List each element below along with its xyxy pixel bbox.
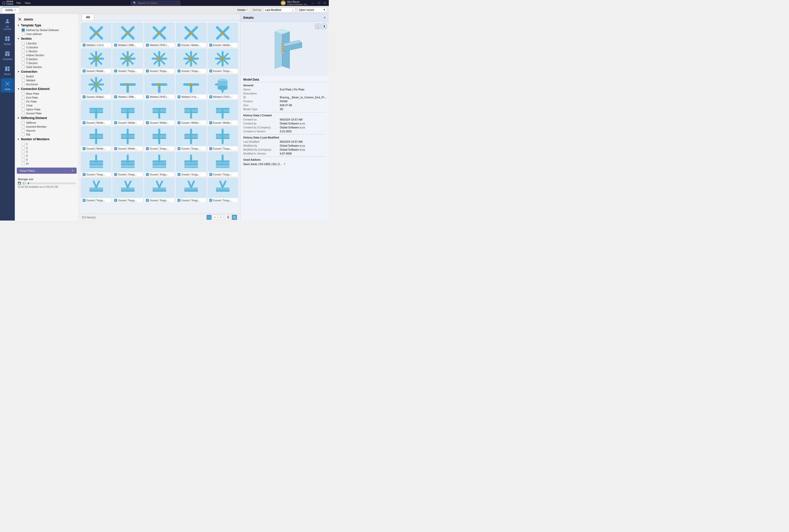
filter-item-i-section[interactable]: I-Section [17,41,77,45]
grid-item[interactable]: Gusset | Welde... [176,23,206,48]
minimize-button[interactable]: — [311,1,315,5]
checkbox-bolted[interactable] [22,75,25,78]
filter-connection-header[interactable]: ▾ Connection [17,69,77,74]
preview-icon-btn-2[interactable]: ⬇ [321,24,327,29]
grid-item[interactable]: Gusset | Tongu... [208,152,238,177]
maximize-button[interactable]: ☐ [317,1,321,5]
grid-view-button[interactable]: ⊞ [232,215,237,220]
app-logo[interactable]: ⬡ DlubalCenter [2,0,14,5]
grid-item[interactable]: Gusset | Tongu... [208,49,238,73]
grid-item[interactable]: Gusset | Tongu... [176,49,206,73]
tab-all[interactable]: All [82,14,94,20]
checkbox-5[interactable] [22,158,25,161]
filter-item-splice-plate[interactable]: Splice Plate [17,108,77,111]
tab-close-icon[interactable]: ✕ [14,8,16,11]
grid-item[interactable]: Gusset | Tongu... [176,178,206,203]
checkbox-4[interactable] [22,154,25,157]
grid-item[interactable]: Gusset | Tongu... [112,49,143,73]
grid-item[interactable]: Gusset | Tongu... [144,178,175,203]
filter-section-section-header[interactable]: ▾ Section [17,36,77,41]
filter-item-user-defined[interactable]: User-defined [17,32,77,36]
checkbox-i-section[interactable] [22,42,25,45]
grid-item[interactable]: Welded | Stiffe... [112,23,143,48]
checkbox-z-section[interactable] [22,58,25,61]
filter-item-end-plate[interactable]: End Plate [17,96,77,99]
checkbox-1[interactable] [22,142,25,145]
grid-item[interactable]: Welded | Stiffe... [112,74,143,99]
filter-item-bolted[interactable]: Bolted [17,74,77,78]
filter-item-rib[interactable]: Rib [17,133,77,136]
filter-item-solid-section[interactable]: Solid Section [17,65,77,69]
grid-item[interactable]: Gusset | Tongu... [81,178,111,203]
open-recent-dropdown[interactable]: Open recent ▾ [297,7,327,12]
reset-filters-button[interactable]: Reset Filters ★ [17,168,77,174]
checkbox-end-plate[interactable] [22,96,25,99]
checkbox-base-plate[interactable] [22,92,25,95]
filter-item-4[interactable]: 4 [17,154,77,158]
page-btn-1[interactable]: • [207,215,211,220]
details-close-btn[interactable]: ✕ [323,16,326,19]
grid-item[interactable]: Gusset | Welde... [208,23,238,48]
grid-item[interactable]: Gusset | Welde... [112,100,143,125]
filter-item-t-section[interactable]: T-Section [17,61,77,65]
grid-item[interactable]: Gusset | Tongu... [176,152,206,177]
filter-connection-element-header[interactable]: ▾ Connection Element [17,86,77,92]
filter-item-5[interactable]: 5 [17,158,77,162]
filter-template-type-header[interactable]: ▾ Template Type [17,23,77,28]
checkbox-welded[interactable] [22,79,25,82]
list-view-button[interactable]: ☰ [225,215,231,220]
tab-joints[interactable]: Joints ✕ [2,7,19,13]
grid-item[interactable]: Welded | RHS t... [144,74,175,99]
filter-item-6plus[interactable]: 6+ [17,162,77,166]
sidebar-item-blocks[interactable]: Blocks [1,63,14,77]
grid-item[interactable]: Gusset | Tongu... [176,126,206,151]
filter-item-3[interactable]: 3 [17,150,77,154]
grid-item[interactable]: Gusset | Tongu... [208,178,238,203]
checkbox-inserted-member[interactable] [22,125,25,128]
grid-item[interactable]: Welded | U to U [81,23,111,48]
filter-item-haunch[interactable]: Haunch [17,129,77,133]
checkbox-solid-section[interactable] [22,65,25,69]
filter-item-defined-by-dlubal[interactable]: Defined by Dlubal Software [17,28,77,32]
checkbox-hollow-section[interactable] [22,54,25,57]
grid-item[interactable]: Gusset | Bolted... [81,74,111,99]
checkbox-haunch[interactable] [22,129,25,132]
menu-view[interactable]: View [25,1,31,4]
sidebar-item-models[interactable]: Models [1,33,14,47]
grid-item[interactable]: Gusset | Tongu... [112,178,143,203]
checkbox-anchored[interactable] [22,83,25,86]
checkbox-fin-plate[interactable] [22,100,25,103]
grid-item[interactable]: Gusset | Welde... [208,100,238,125]
checkbox-t-section[interactable] [22,62,25,64]
grid-item[interactable]: Gusset | Tongu... [208,126,238,151]
grid-item[interactable]: Gusset | Welde... [144,100,175,125]
filter-item-cleat[interactable]: Cleat [17,103,77,108]
filter-item-welded[interactable]: Welded [17,78,77,82]
filter-item-inserted-member[interactable]: Inserted Member [17,125,77,129]
filter-item-1[interactable]: 1 [17,142,77,146]
sidebar-item-my-account[interactable]: My Account [1,16,14,32]
grid-item[interactable]: Gusset | Tongu... [112,152,143,177]
checkbox-stiffener[interactable] [22,121,25,124]
checkbox-defined-by-dlubal[interactable] [22,28,25,32]
grid-item[interactable]: Gusset | Tongu... [144,49,175,73]
sidebar-item-joints[interactable]: Joints [1,78,14,92]
page-btn-2[interactable]: • [212,215,218,220]
sort-dropdown[interactable]: Last Modified ↓ [263,7,295,12]
filter-item-stiffener[interactable]: Stiffener [17,121,77,125]
checkbox-splice-plate[interactable] [22,108,25,111]
filter-item-fin-plate[interactable]: Fin Plate [17,99,77,103]
filter-item-anchored[interactable]: Anchored [17,82,77,86]
filter-item-gusset-plate[interactable]: Gusset Plate [17,111,77,115]
checkbox-3[interactable] [22,150,25,153]
checkbox-gusset-plate[interactable] [22,112,25,115]
checkbox-2[interactable] [22,146,25,149]
grid-item[interactable]: Gusset | Tongu... [144,126,175,151]
grid-item[interactable]: Gusset | Welde... [81,126,111,151]
checkbox-cleat[interactable] [22,104,25,107]
grid-item[interactable]: Welded | RHS t... [144,23,175,48]
grid-item[interactable]: Gusset | Welde... [81,49,111,73]
checkbox-l-section[interactable] [22,50,25,53]
checkbox-6plus[interactable] [22,162,25,165]
details-close-icon[interactable]: ✕ [246,8,248,11]
